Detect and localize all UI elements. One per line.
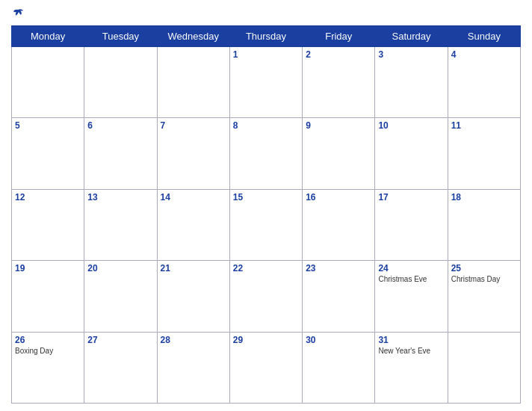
calendar-day-cell <box>157 47 229 118</box>
day-number: 4 <box>451 49 517 60</box>
day-number: 10 <box>378 120 444 131</box>
calendar-day-cell: 3 <box>375 47 448 118</box>
calendar-week-row: 192021222324Christmas Eve25Christmas Day <box>12 261 521 332</box>
calendar-day-cell: 29 <box>229 332 302 403</box>
calendar-day-cell: 25Christmas Day <box>448 261 520 332</box>
weekday-header-cell: Sunday <box>448 26 520 47</box>
day-number: 19 <box>15 263 81 274</box>
calendar-day-cell: 2 <box>303 47 375 118</box>
day-number: 15 <box>233 192 299 203</box>
calendar-day-cell: 23 <box>303 261 375 332</box>
day-number: 22 <box>233 263 299 274</box>
calendar-week-row: 26Boxing Day2728293031New Year's Eve <box>12 332 521 403</box>
day-number: 17 <box>378 192 444 203</box>
day-number: 11 <box>451 120 517 131</box>
day-number: 24 <box>378 263 444 274</box>
calendar-week-row: 12131415161718 <box>12 189 521 260</box>
weekday-header-cell: Tuesday <box>84 26 157 47</box>
weekday-header-row: MondayTuesdayWednesdayThursdayFridaySatu… <box>12 26 521 47</box>
holiday-name: New Year's Eve <box>378 347 444 355</box>
calendar-day-cell: 18 <box>448 189 520 260</box>
day-number: 3 <box>378 49 444 60</box>
calendar-day-cell: 11 <box>448 118 520 189</box>
day-number: 20 <box>87 263 153 274</box>
calendar-day-cell: 10 <box>375 118 448 189</box>
calendar-week-row: 567891011 <box>12 118 521 189</box>
calendar-day-cell: 15 <box>229 189 302 260</box>
calendar-week-row: 1234 <box>12 47 521 118</box>
logo <box>11 7 25 21</box>
calendar-day-cell <box>12 47 84 118</box>
logo-bird-icon <box>11 7 25 21</box>
calendar-body: 123456789101112131415161718192021222324C… <box>12 47 521 404</box>
day-number: 14 <box>161 192 226 203</box>
day-number: 9 <box>306 120 371 131</box>
day-number: 18 <box>451 192 517 203</box>
day-number: 2 <box>306 49 371 60</box>
day-number: 1 <box>233 49 299 60</box>
day-number: 8 <box>233 120 299 131</box>
holiday-name: Boxing Day <box>15 347 81 355</box>
calendar-day-cell: 19 <box>12 261 84 332</box>
day-number: 13 <box>87 192 153 203</box>
calendar-day-cell: 16 <box>303 189 375 260</box>
day-number: 12 <box>15 192 81 203</box>
weekday-header-cell: Friday <box>303 26 375 47</box>
calendar-day-cell: 7 <box>157 118 229 189</box>
calendar-day-cell: 24Christmas Eve <box>375 261 448 332</box>
calendar-day-cell: 20 <box>84 261 157 332</box>
calendar-day-cell: 22 <box>229 261 302 332</box>
calendar-day-cell: 5 <box>12 118 84 189</box>
day-number: 5 <box>15 120 81 131</box>
day-number: 16 <box>306 192 371 203</box>
calendar-table: MondayTuesdayWednesdayThursdayFridaySatu… <box>11 25 521 404</box>
day-number: 27 <box>87 335 153 345</box>
day-number: 6 <box>87 120 153 131</box>
calendar-day-cell: 26Boxing Day <box>12 332 84 403</box>
weekday-header-cell: Monday <box>12 26 84 47</box>
calendar-day-cell: 4 <box>448 47 520 118</box>
calendar-day-cell: 27 <box>84 332 157 403</box>
day-number: 30 <box>306 335 371 345</box>
page-header <box>11 7 521 21</box>
calendar-day-cell: 30 <box>303 332 375 403</box>
weekday-header-cell: Saturday <box>375 26 448 47</box>
calendar-day-cell <box>448 332 520 403</box>
weekday-header-cell: Wednesday <box>157 26 229 47</box>
day-number: 31 <box>378 335 444 345</box>
day-number: 25 <box>451 263 517 274</box>
calendar-day-cell: 6 <box>84 118 157 189</box>
calendar-day-cell: 9 <box>303 118 375 189</box>
calendar-day-cell: 12 <box>12 189 84 260</box>
holiday-name: Christmas Day <box>451 275 517 283</box>
calendar-day-cell: 17 <box>375 189 448 260</box>
weekday-header-cell: Thursday <box>229 26 302 47</box>
calendar-day-cell: 14 <box>157 189 229 260</box>
day-number: 21 <box>161 263 226 274</box>
holiday-name: Christmas Eve <box>378 275 444 283</box>
calendar-day-cell: 21 <box>157 261 229 332</box>
calendar-day-cell: 1 <box>229 47 302 118</box>
day-number: 29 <box>233 335 299 345</box>
calendar-day-cell <box>84 47 157 118</box>
day-number: 7 <box>161 120 226 131</box>
day-number: 26 <box>15 335 81 345</box>
day-number: 28 <box>161 335 226 345</box>
calendar-day-cell: 31New Year's Eve <box>375 332 448 403</box>
calendar-day-cell: 8 <box>229 118 302 189</box>
calendar-day-cell: 13 <box>84 189 157 260</box>
calendar-day-cell: 28 <box>157 332 229 403</box>
day-number: 23 <box>306 263 371 274</box>
